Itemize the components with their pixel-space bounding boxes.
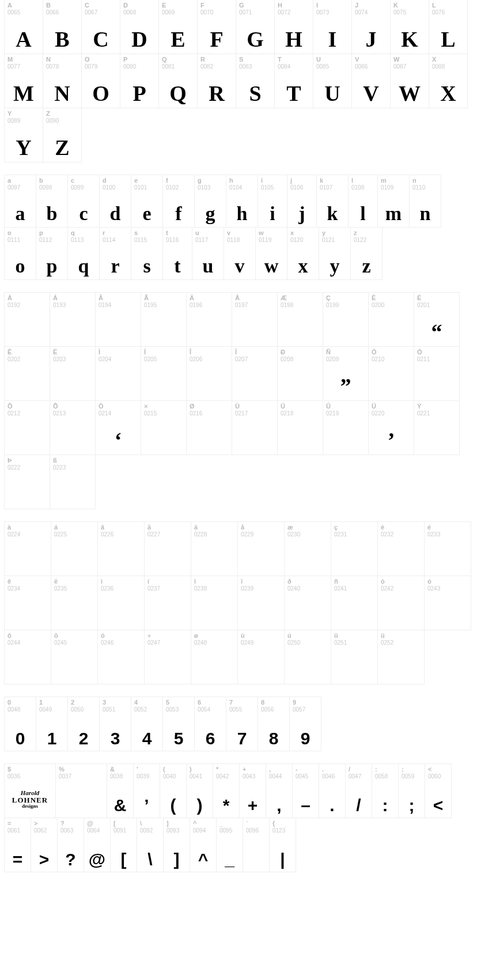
glyph-cell[interactable]: '0039’ [133, 763, 160, 818]
glyph-cell[interactable]: R0082R [197, 54, 236, 108]
glyph-cell[interactable]: ß0223 [50, 455, 96, 509]
glyph-cell[interactable]: )0041) [186, 763, 213, 818]
glyph-cell[interactable]: s0115s [131, 227, 163, 280]
glyph-cell[interactable]: Á0193 [50, 292, 96, 347]
glyph-cell[interactable]: í0237 [144, 576, 191, 630]
glyph-cell[interactable]: Ä0196 [186, 292, 232, 347]
glyph-cell[interactable]: e0101e [131, 175, 163, 228]
glyph-cell[interactable]: 500535 [162, 697, 195, 751]
glyph-cell[interactable]: h0104h [226, 175, 258, 228]
glyph-cell[interactable]: Î0206 [186, 346, 232, 401]
glyph-cell[interactable]: ø0248 [191, 630, 238, 684]
glyph-cell[interactable]: û0251 [331, 630, 378, 684]
glyph-cell[interactable]: ë0235 [51, 576, 98, 630]
glyph-cell[interactable]: S0083S [236, 54, 275, 108]
glyph-cell[interactable]: 400524 [131, 697, 163, 751]
glyph-cell[interactable]: b0098b [36, 175, 68, 228]
glyph-cell[interactable]: Q0081Q [158, 54, 198, 108]
glyph-cell[interactable]: C0067C [81, 0, 120, 54]
glyph-cell[interactable]: õ0245 [51, 630, 98, 684]
glyph-cell[interactable]: Õ0213 [50, 400, 96, 455]
glyph-cell[interactable]: ;0059; [398, 763, 425, 818]
glyph-cell[interactable]: z0122z [350, 227, 383, 280]
glyph-cell[interactable]: $0036HaroldLOHNERdesigns [4, 763, 56, 818]
glyph-cell[interactable]: ÷0247 [144, 630, 191, 684]
glyph-cell[interactable]: ì0236 [97, 576, 145, 630]
glyph-cell[interactable]: Ì0204 [95, 346, 141, 401]
glyph-cell[interactable]: Ë0203 [50, 346, 96, 401]
glyph-cell[interactable]: B0066B [43, 0, 82, 54]
glyph-cell[interactable]: ï0239 [237, 576, 285, 630]
glyph-cell[interactable]: ñ0241 [331, 576, 378, 630]
glyph-cell[interactable]: \0092\ [137, 818, 164, 872]
glyph-cell[interactable]: c0099c [67, 175, 100, 228]
glyph-cell[interactable]: q0113q [67, 227, 100, 280]
glyph-cell[interactable]: Ý0221 [414, 400, 460, 455]
glyph-cell[interactable]: w0119w [255, 227, 287, 280]
glyph-cell[interactable]: r0114r [99, 227, 131, 280]
glyph-cell[interactable]: Ñ0209” [323, 346, 369, 401]
glyph-cell[interactable]: o0111o [4, 227, 36, 280]
glyph-cell[interactable]: A0065A [4, 0, 43, 54]
glyph-cell[interactable]: @0064@ [84, 818, 111, 872]
glyph-cell[interactable]: O0079O [81, 54, 120, 108]
glyph-cell[interactable]: `0096 [243, 818, 270, 872]
glyph-cell[interactable]: -0045– [292, 763, 319, 818]
glyph-cell[interactable]: Z0090Z [43, 108, 82, 162]
glyph-cell[interactable]: 000480 [4, 697, 36, 751]
glyph-cell[interactable]: ö0246 [97, 630, 145, 684]
glyph-cell[interactable]: ,0044, [266, 763, 293, 818]
glyph-cell[interactable]: >0062> [31, 818, 58, 872]
glyph-cell[interactable]: ^0094^ [190, 818, 217, 872]
glyph-cell[interactable]: l0108l [348, 175, 378, 228]
glyph-cell[interactable]: x0120x [287, 227, 319, 280]
glyph-cell[interactable]: Ø0216 [186, 400, 232, 455]
glyph-cell[interactable]: Å0197 [232, 292, 278, 347]
glyph-cell[interactable]: é0233 [424, 521, 471, 576]
glyph-cell[interactable]: f0102f [162, 175, 195, 228]
glyph-cell[interactable]: Æ0198 [277, 292, 323, 347]
glyph-cell[interactable]: É0201“ [414, 292, 460, 347]
glyph-cell[interactable]: ]0093] [163, 818, 190, 872]
glyph-cell[interactable]: *0042* [213, 763, 240, 818]
glyph-cell[interactable]: ü0252 [377, 630, 425, 684]
glyph-cell[interactable]: M0077M [4, 54, 43, 108]
glyph-cell[interactable]: a0097a [4, 175, 36, 228]
glyph-cell[interactable]: V0086V [351, 54, 391, 108]
glyph-cell[interactable]: Ð0208 [277, 346, 323, 401]
glyph-cell[interactable]: á0225 [51, 521, 98, 576]
glyph-cell[interactable]: ×0215 [141, 400, 187, 455]
glyph-cell[interactable]: Ü0220’ [368, 400, 414, 455]
glyph-cell[interactable]: Ã0195 [141, 292, 187, 347]
glyph-cell[interactable]: ã0227 [144, 521, 191, 576]
glyph-cell[interactable]: k0107k [316, 175, 349, 228]
glyph-cell[interactable]: Ç0199 [323, 292, 369, 347]
glyph-cell[interactable]: (0040( [160, 763, 187, 818]
glyph-cell[interactable]: Ó0211 [414, 346, 460, 401]
glyph-cell[interactable]: 900579 [289, 697, 321, 751]
glyph-cell[interactable]: K0075K [390, 0, 429, 54]
glyph-cell[interactable]: ä0228 [191, 521, 238, 576]
glyph-cell[interactable]: Ê0202 [4, 346, 50, 401]
glyph-cell[interactable]: ó0243 [424, 576, 471, 630]
glyph-cell[interactable]: i0105i [258, 175, 287, 228]
glyph-cell[interactable]: 300513 [99, 697, 131, 751]
glyph-cell[interactable]: Ö0214‘ [95, 400, 141, 455]
glyph-cell[interactable]: Þ0222 [4, 455, 50, 509]
glyph-cell[interactable]: =0061= [4, 818, 31, 872]
glyph-cell[interactable]: y0121y [319, 227, 351, 280]
glyph-cell[interactable]: I0073I [313, 0, 352, 54]
glyph-cell[interactable]: Ú0218 [277, 400, 323, 455]
glyph-cell[interactable]: 200502 [67, 697, 100, 751]
glyph-cell[interactable]: n0110n [409, 175, 441, 228]
glyph-cell[interactable]: ð0240 [284, 576, 331, 630]
glyph-cell[interactable]: _0095_ [216, 818, 243, 872]
glyph-cell[interactable]: Ï0207 [232, 346, 278, 401]
glyph-cell[interactable]: å0229 [237, 521, 285, 576]
glyph-cell[interactable]: U0085U [313, 54, 352, 108]
glyph-cell[interactable]: â0226 [97, 521, 145, 576]
glyph-cell[interactable]: Ò0210 [368, 346, 414, 401]
glyph-cell[interactable]: G0071G [236, 0, 275, 54]
glyph-cell[interactable]: ú0250 [284, 630, 331, 684]
glyph-cell[interactable]: ê0234 [4, 576, 51, 630]
